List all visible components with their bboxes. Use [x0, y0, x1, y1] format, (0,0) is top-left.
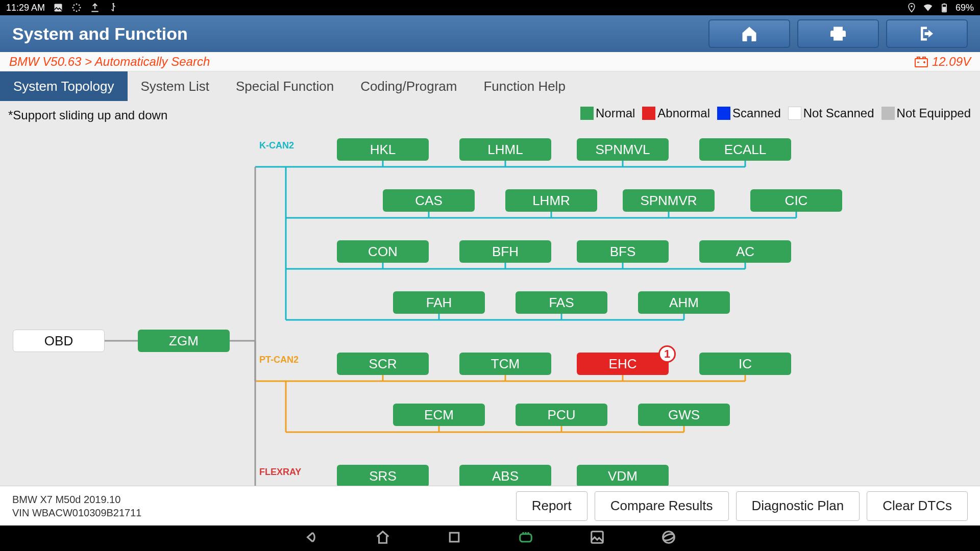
module-ehc[interactable]: EHC1: [577, 353, 669, 375]
compare-results-button[interactable]: Compare Results: [595, 491, 729, 521]
module-srs[interactable]: SRS: [337, 465, 429, 487]
vehicle-info: BMW X7 M50d 2019.10 VIN WBACW010309B2171…: [12, 493, 141, 519]
svg-rect-7: [915, 59, 927, 67]
breadcrumb: BMW V50.63 > Automatically Search: [9, 55, 210, 69]
exit-button[interactable]: [886, 19, 968, 48]
battery-icon: [939, 3, 949, 13]
recents-button[interactable]: [447, 530, 462, 547]
module-fah[interactable]: FAH: [393, 291, 485, 314]
module-obd[interactable]: OBD: [13, 330, 105, 352]
svg-rect-0: [55, 4, 62, 12]
module-fas[interactable]: FAS: [516, 291, 607, 314]
usb-icon: [108, 3, 118, 13]
footer-bar: BMW X7 M50d 2019.10 VIN WBACW010309B2171…: [0, 486, 980, 525]
wifi-icon: [923, 3, 933, 13]
topology-canvas[interactable]: *Support sliding up and down NormalAbnor…: [0, 101, 980, 500]
module-bfs[interactable]: BFS: [577, 240, 669, 263]
tab-bar: System TopologySystem ListSpecial Functi…: [0, 71, 980, 101]
module-lhmr[interactable]: LHMR: [505, 189, 597, 212]
diagnostic-plan-button[interactable]: Diagnostic Plan: [736, 491, 860, 521]
module-tcm[interactable]: TCM: [459, 353, 551, 375]
module-ecall[interactable]: ECALL: [699, 138, 791, 161]
clear-dtcs-button[interactable]: Clear DTCs: [867, 491, 968, 521]
gallery-nav-button[interactable]: [590, 530, 605, 547]
svg-rect-5: [943, 7, 946, 11]
battery-voltage: 12.09V: [915, 55, 971, 69]
module-spnmvr[interactable]: SPNMVR: [623, 189, 715, 212]
module-cas[interactable]: CAS: [383, 189, 475, 212]
title-bar: System and Function: [0, 15, 980, 52]
back-button[interactable]: [304, 530, 319, 547]
bus-label-pt-can2: PT-CAN2: [259, 355, 299, 365]
module-spnmvl[interactable]: SPNMVL: [577, 138, 669, 161]
module-scr[interactable]: SCR: [337, 353, 429, 375]
module-abs[interactable]: ABS: [459, 465, 551, 487]
home-nav-button[interactable]: [375, 530, 390, 547]
module-pcu[interactable]: PCU: [516, 404, 607, 426]
module-ic[interactable]: IC: [699, 353, 791, 375]
report-button[interactable]: Report: [516, 491, 587, 521]
tab-system-topology[interactable]: System Topology: [0, 71, 128, 101]
dtc-badge: 1: [658, 345, 676, 363]
module-cic[interactable]: CIC: [750, 189, 842, 212]
upload-icon: [90, 3, 100, 13]
tab-coding-program[interactable]: Coding/Program: [347, 71, 470, 101]
android-status-bar: 11:29 AM 69%: [0, 0, 980, 15]
tab-system-list[interactable]: System List: [128, 71, 223, 101]
module-con[interactable]: CON: [337, 240, 429, 263]
svg-rect-10: [592, 532, 603, 543]
tab-special-function[interactable]: Special Function: [223, 71, 347, 101]
module-ahm[interactable]: AHM: [638, 291, 730, 314]
image-icon: [53, 3, 63, 13]
page-title: System and Function: [12, 24, 188, 44]
breadcrumb-bar: BMW V50.63 > Automatically Search 12.09V: [0, 52, 980, 71]
print-button[interactable]: [797, 19, 879, 48]
svg-rect-9: [520, 534, 532, 542]
module-zgm[interactable]: ZGM: [138, 330, 230, 352]
location-icon: [906, 3, 917, 13]
svg-point-3: [911, 6, 912, 7]
home-button[interactable]: [708, 19, 790, 48]
module-gws[interactable]: GWS: [638, 404, 730, 426]
module-ac[interactable]: AC: [699, 240, 791, 263]
tab-function-help[interactable]: Function Help: [470, 71, 578, 101]
svg-rect-8: [450, 533, 459, 542]
module-bfh[interactable]: BFH: [459, 240, 551, 263]
module-lhml[interactable]: LHML: [459, 138, 551, 161]
svg-rect-6: [943, 4, 945, 5]
module-vdm[interactable]: VDM: [577, 465, 669, 487]
bus-label-k-can2: K-CAN2: [259, 140, 294, 151]
status-time: 11:29 AM: [6, 3, 45, 13]
svg-point-2: [112, 3, 114, 5]
module-ecm[interactable]: ECM: [393, 404, 485, 426]
vci-icon[interactable]: [518, 530, 533, 547]
bus-label-flexray: FLEXRAY: [259, 467, 301, 478]
svg-point-1: [76, 7, 78, 9]
status-battery: 69%: [955, 3, 974, 13]
module-hkl[interactable]: HKL: [337, 138, 429, 161]
car-battery-icon: [915, 56, 928, 67]
browser-nav-button[interactable]: [661, 530, 676, 547]
android-nav-bar: [0, 525, 980, 551]
gear-icon: [71, 3, 82, 13]
